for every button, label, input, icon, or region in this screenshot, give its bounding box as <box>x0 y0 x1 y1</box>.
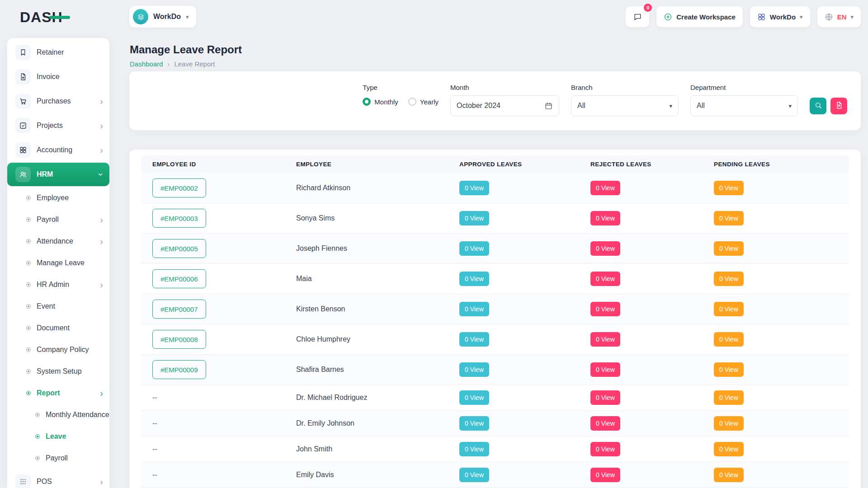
approved-view-button[interactable]: 0 View <box>459 211 489 225</box>
approved-view-button[interactable]: 0 View <box>459 272 489 286</box>
chevron-down-icon: ▾ <box>800 14 803 20</box>
employee-id-cell: #EMP00005 <box>141 234 291 264</box>
sidebar-item-employee[interactable]: Employee › <box>7 187 109 209</box>
bullet-icon <box>26 261 31 265</box>
employee-id-button[interactable]: #EMP00007 <box>152 300 206 319</box>
sidebar-item-monthly-attendance[interactable]: Monthly Attendance › <box>7 404 109 426</box>
department-select[interactable]: All ▾ <box>690 95 798 116</box>
language-code: EN <box>837 13 847 21</box>
sidebar-item-document[interactable]: Document › <box>7 317 109 339</box>
employee-id-button[interactable]: #EMP00006 <box>152 269 206 288</box>
purchases-cart-icon <box>15 94 31 109</box>
radio-unchecked-icon <box>408 98 416 106</box>
approved-view-button[interactable]: 0 View <box>459 362 489 377</box>
sidebar-item-manage-leave[interactable]: Manage Leave › <box>7 252 109 274</box>
rejected-view-button[interactable]: 0 View <box>590 468 620 482</box>
rejected-view-button[interactable]: 0 View <box>590 390 620 405</box>
sidebar-item-attendance[interactable]: Attendance › <box>7 230 109 252</box>
rejected-view-button[interactable]: 0 View <box>590 211 620 225</box>
approved-view-button[interactable]: 0 View <box>459 416 489 431</box>
sidebar-item-company-policy[interactable]: Company Policy › <box>7 339 109 361</box>
pending-view-button[interactable]: 0 View <box>714 302 744 316</box>
employee-id-button[interactable]: #EMP00005 <box>152 239 206 258</box>
sidebar-item-system-setup[interactable]: System Setup › <box>7 361 109 382</box>
approved-view-button[interactable]: 0 View <box>459 181 489 195</box>
yearly-radio[interactable]: Yearly <box>408 98 439 106</box>
bullet-icon <box>26 217 31 222</box>
sidebar-item-accounting[interactable]: Accounting › <box>7 138 109 162</box>
table-row: -- Emily Davis 0 View 0 View 0 View <box>141 462 849 488</box>
month-value: October 2024 <box>457 102 544 110</box>
pending-view-button[interactable]: 0 View <box>714 390 744 405</box>
month-input[interactable]: October 2024 <box>450 95 559 116</box>
sidebar-item-hrm[interactable]: HRM › <box>7 163 109 186</box>
department-label: Department <box>690 84 798 91</box>
table-row: #EMP00005 Joseph Fiennes 0 View 0 View 0… <box>141 234 849 264</box>
globe-icon <box>825 13 833 21</box>
rejected-view-button[interactable]: 0 View <box>590 302 620 316</box>
employee-id-button[interactable]: #EMP00008 <box>152 330 206 349</box>
branch-value: All <box>577 102 669 110</box>
breadcrumb-dashboard-link[interactable]: Dashboard <box>130 60 163 68</box>
pending-view-button[interactable]: 0 View <box>714 272 744 286</box>
monthly-radio[interactable]: Monthly <box>363 98 398 106</box>
approved-leaves-cell: 0 View <box>454 203 585 234</box>
sidebar-item-invoice[interactable]: Invoice › <box>7 65 109 89</box>
pending-view-button[interactable]: 0 View <box>714 181 744 195</box>
sidebar-item-pos[interactable]: POS › <box>7 470 109 488</box>
approved-view-button[interactable]: 0 View <box>459 241 489 256</box>
workspace-menu-button[interactable]: WorkDo ▾ <box>750 6 810 27</box>
pending-view-button[interactable]: 0 View <box>714 468 744 482</box>
sidebar: Retainer › Invoice › Purchases › Project… <box>7 38 109 488</box>
sidebar-item-purchases[interactable]: Purchases › <box>7 89 109 113</box>
sidebar-item-event[interactable]: Event › <box>7 296 109 317</box>
approved-view-button[interactable]: 0 View <box>459 442 489 456</box>
hrm-users-icon <box>15 167 31 182</box>
pending-view-button[interactable]: 0 View <box>714 332 744 347</box>
chevron-down-icon: ▾ <box>669 103 672 109</box>
rejected-view-button[interactable]: 0 View <box>590 416 620 431</box>
rejected-view-button[interactable]: 0 View <box>590 181 620 195</box>
employee-id-cell: #EMP00009 <box>141 355 291 385</box>
sidebar-item-payroll[interactable]: Payroll › <box>7 209 109 230</box>
employee-id-button[interactable]: #EMP00002 <box>152 178 206 197</box>
type-radio-group: Monthly Yearly <box>363 98 439 106</box>
sidebar-item-projects[interactable]: Projects › <box>7 114 109 137</box>
bullet-icon <box>26 282 31 287</box>
pending-view-button[interactable]: 0 View <box>714 362 744 377</box>
workspace-switcher[interactable]: WorkDo ▾ <box>129 6 196 28</box>
pending-leaves-cell: 0 View <box>708 411 849 436</box>
pending-view-button[interactable]: 0 View <box>714 416 744 431</box>
messages-button[interactable]: 0 <box>626 6 649 27</box>
rejected-view-button[interactable]: 0 View <box>590 272 620 286</box>
employee-id-button[interactable]: #EMP00009 <box>152 360 206 379</box>
chat-icon <box>633 13 642 21</box>
sidebar-item-retainer[interactable]: Retainer › <box>7 41 109 64</box>
export-button[interactable] <box>830 98 847 114</box>
app-logo[interactable]: DASH <box>20 9 63 26</box>
sidebar-item-payroll[interactable]: Payroll › <box>7 447 109 469</box>
rejected-leaves-cell: 0 View <box>585 173 708 203</box>
employee-id-button[interactable]: #EMP00003 <box>152 209 206 228</box>
sidebar-item-hr-admin[interactable]: HR Admin › <box>7 274 109 296</box>
chevron-down-icon: ▾ <box>788 103 792 109</box>
employee-name: Richard Atkinson <box>291 173 454 203</box>
approved-view-button[interactable]: 0 View <box>459 390 489 405</box>
approved-view-button[interactable]: 0 View <box>459 332 489 347</box>
search-button[interactable] <box>810 98 826 114</box>
rejected-view-button[interactable]: 0 View <box>590 442 620 456</box>
rejected-view-button[interactable]: 0 View <box>590 241 620 256</box>
approved-view-button[interactable]: 0 View <box>459 302 489 316</box>
pending-view-button[interactable]: 0 View <box>714 442 744 456</box>
bullet-icon <box>26 347 31 352</box>
pending-view-button[interactable]: 0 View <box>714 241 744 256</box>
language-selector[interactable]: EN ▾ <box>817 6 861 27</box>
sidebar-item-leave[interactable]: Leave › <box>7 426 109 447</box>
rejected-view-button[interactable]: 0 View <box>590 362 620 377</box>
create-workspace-button[interactable]: Create Workspace <box>656 6 743 27</box>
branch-select[interactable]: All ▾ <box>571 95 679 116</box>
approved-view-button[interactable]: 0 View <box>459 468 489 482</box>
sidebar-item-report[interactable]: Report › <box>7 382 109 404</box>
rejected-view-button[interactable]: 0 View <box>590 332 620 347</box>
pending-view-button[interactable]: 0 View <box>714 211 744 225</box>
